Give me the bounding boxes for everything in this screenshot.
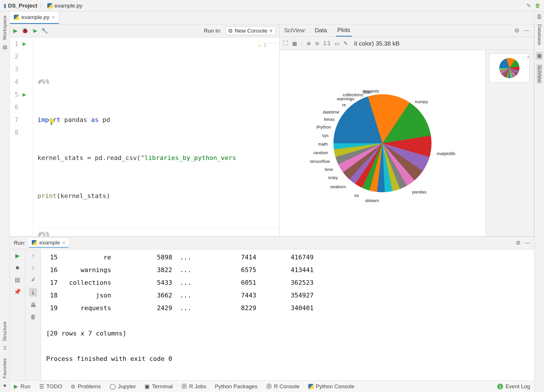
- plot-size-label: it color) 35.38 kB: [354, 40, 400, 47]
- settings-wrench-icon[interactable]: 🔧: [41, 27, 48, 34]
- status-rjobs[interactable]: ⓇR Jobs: [181, 383, 206, 390]
- tool-workspace[interactable]: Workspace: [2, 16, 8, 40]
- file-tab-example[interactable]: example.py ×: [10, 12, 59, 24]
- close-tab-icon[interactable]: ×: [52, 14, 55, 20]
- pie-label: warnings: [337, 96, 354, 101]
- chevron-up-icon[interactable]: ˄: [269, 39, 271, 51]
- layout-icon[interactable]: ▤: [15, 276, 20, 283]
- pie-label: pandas: [412, 189, 426, 194]
- scroll-to-end-icon[interactable]: ⤓: [29, 288, 37, 297]
- pie-label: scipy: [328, 175, 338, 180]
- status-terminal[interactable]: ▣Terminal: [145, 383, 173, 390]
- expand-icon[interactable]: ⛶: [283, 40, 288, 46]
- run-in-selector[interactable]: ⧉ New Console ▾: [225, 26, 276, 35]
- trash-icon[interactable]: 🗑: [535, 2, 541, 9]
- plot-thumbnail[interactable]: ×: [489, 54, 530, 82]
- minimize-icon[interactable]: —: [524, 27, 529, 34]
- fit-icon[interactable]: ▭: [335, 40, 339, 47]
- problems-icon: ⊘: [71, 383, 75, 390]
- minimize-icon[interactable]: —: [525, 240, 530, 246]
- pie-label: time: [325, 167, 333, 172]
- breadcrumb-file[interactable]: example.py: [47, 3, 82, 9]
- pin-icon[interactable]: 📌: [14, 288, 21, 295]
- color-picker-icon[interactable]: ✎: [344, 40, 348, 47]
- status-rconsole[interactable]: ⓇR Console: [266, 383, 300, 390]
- soft-wrap-icon[interactable]: ↲: [31, 276, 35, 283]
- plot-thumbnail-column: ×: [485, 50, 534, 236]
- pie-label: keras: [324, 117, 335, 122]
- terminal-icon: ▣: [145, 383, 150, 390]
- pie-label: collections: [343, 92, 363, 97]
- right-tool-rail: 🗄 Database ▦ SciView: [534, 12, 544, 392]
- close-icon[interactable]: ×: [527, 54, 530, 60]
- run-tab-example[interactable]: example ×: [29, 238, 68, 248]
- status-bar: ▶Run ☰TODO ⊘Problems ◯Jupyter ▣Terminal …: [10, 380, 534, 392]
- structure-icon[interactable]: ⠿: [3, 345, 7, 351]
- gutter: 1▶ 2 3 4 5▶ 6 7 8: [10, 37, 33, 236]
- editor-toolbar: ▶ 🐞 I▶ 🔧 Run in: ⧉ New Console ▾: [10, 24, 279, 37]
- pie-label: datetime: [323, 110, 339, 114]
- run-in-label: Run in:: [204, 28, 221, 34]
- sciview-title: SciView:: [284, 27, 306, 34]
- down-icon[interactable]: ↓: [32, 264, 35, 271]
- gear-icon[interactable]: ⚙: [516, 240, 521, 246]
- sciview-icon[interactable]: ▦: [536, 52, 543, 60]
- sciview-pane: SciView: Data Plots ⚙ — ⛶ ▦ | ⊕ ⊖ 1:1 ▭: [279, 24, 534, 236]
- close-tab-icon[interactable]: ×: [62, 240, 65, 246]
- status-todo[interactable]: ☰TODO: [39, 383, 62, 390]
- stop-icon[interactable]: ■: [16, 264, 19, 271]
- trash-icon[interactable]: 🗑: [30, 314, 36, 320]
- run-icon[interactable]: ▶: [13, 27, 18, 34]
- run-cell-icon[interactable]: I▶: [33, 28, 37, 33]
- edit-pencil-icon[interactable]: ✎: [526, 2, 531, 9]
- python-icon: [308, 384, 314, 389]
- print-icon[interactable]: 🖶: [30, 302, 36, 308]
- editor-pane: ▶ 🐞 I▶ 🔧 Run in: ⧉ New Console ▾ 1▶: [10, 24, 279, 236]
- workspace-icon[interactable]: ▤: [3, 44, 7, 50]
- tool-favorites[interactable]: Favorites: [2, 358, 8, 378]
- status-jupyter[interactable]: ◯Jupyter: [110, 383, 136, 390]
- sciview-toolbar: ⛶ ▦ | ⊕ ⊖ 1:1 ▭ ✎ it color) 35.38 kB: [279, 37, 534, 50]
- python-file-icon: [14, 15, 19, 20]
- grid-icon[interactable]: ▦: [292, 40, 297, 47]
- chevron-down-icon: ▾: [270, 27, 273, 34]
- pie-chart: numpymatplotlibpandassklearnosseabornsci…: [333, 94, 432, 192]
- debug-icon[interactable]: 🐞: [22, 27, 29, 34]
- zoom-out-icon[interactable]: ⊖: [315, 40, 319, 47]
- up-icon[interactable]: ↑: [32, 252, 35, 259]
- status-pypkg[interactable]: Python Packages: [215, 383, 258, 390]
- list-icon: ☰: [39, 383, 44, 390]
- status-eventlog[interactable]: 1Event Log: [497, 383, 530, 390]
- pie-label: random: [314, 150, 328, 155]
- rerun-icon[interactable]: ▶: [15, 252, 20, 259]
- tool-structure[interactable]: Structure: [2, 321, 8, 341]
- run-title: Run:: [14, 240, 25, 246]
- python-file-icon: [47, 3, 52, 8]
- pie-label: seaborn: [330, 184, 346, 189]
- run-console[interactable]: 15 re 5898 ... 7414 416749 16 warnings 3…: [41, 249, 534, 380]
- database-icon[interactable]: 🗄: [537, 14, 542, 20]
- gear-icon[interactable]: ⚙: [514, 27, 519, 34]
- breadcrumb-project[interactable]: ▮ DS_Project: [3, 2, 37, 9]
- tool-sciview[interactable]: SciView: [537, 64, 542, 84]
- sciview-tab-plots[interactable]: Plots: [336, 24, 352, 37]
- pie-label: requests: [362, 88, 379, 93]
- tool-database[interactable]: Database: [537, 24, 542, 45]
- code-editor[interactable]: 1▶ 2 3 4 5▶ 6 7 8 ⚠ 2 ˄ ˅: [10, 37, 279, 236]
- r-icon: Ⓡ: [181, 383, 187, 390]
- pie-label: numpy: [415, 99, 428, 104]
- pie-label: IPython: [316, 125, 331, 129]
- sciview-tab-data[interactable]: Data: [313, 25, 329, 36]
- status-run[interactable]: ▶Run: [14, 383, 31, 390]
- inspection-indicator[interactable]: ⚠ 2 ˄ ˅: [258, 39, 276, 51]
- run-side-controls: ▶ ■ ▤ 📌: [10, 249, 25, 380]
- zoom-in-icon[interactable]: ⊕: [307, 40, 311, 47]
- lightbulb-icon[interactable]: 💡: [48, 115, 55, 128]
- folder-icon: ▮: [3, 2, 6, 9]
- zoom-actual-icon[interactable]: 1:1: [323, 40, 331, 46]
- status-problems[interactable]: ⊘Problems: [71, 383, 101, 390]
- breadcrumb-separator-icon: 〉: [40, 2, 45, 10]
- status-pyconsole[interactable]: Python Console: [308, 383, 354, 390]
- chevron-down-icon[interactable]: ˅: [274, 39, 276, 51]
- star-icon[interactable]: ★: [3, 382, 7, 389]
